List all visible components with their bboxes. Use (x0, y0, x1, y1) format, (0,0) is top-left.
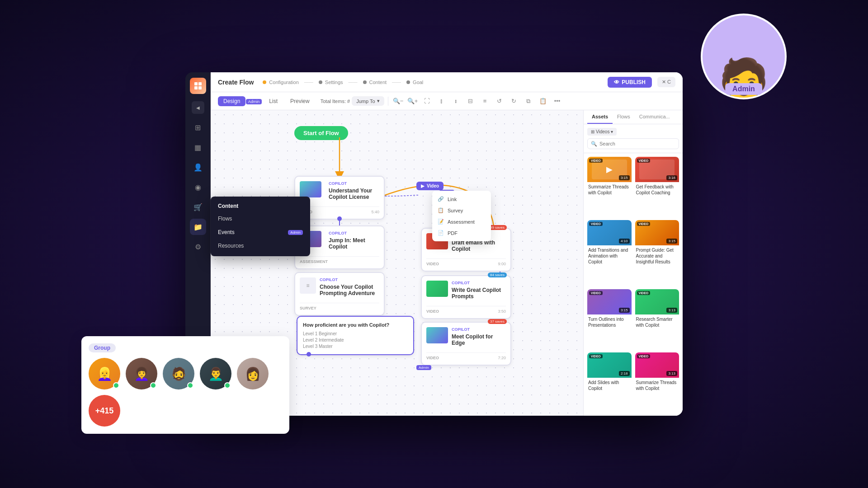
link-icon: 🔗 (438, 196, 444, 202)
grid-filter-icon: ⊞ (591, 129, 594, 134)
video-card-1[interactable]: VIDEO 3:16 Get Feedback with Copilot Coa… (635, 157, 679, 216)
video-title-6: Add Slides with Copilot (587, 378, 632, 393)
toolbar: Design Admin List Preview Total Items: #… (211, 92, 683, 110)
sidebar-icon-cart[interactable]: 🛒 (190, 199, 206, 215)
context-link-label: Link (448, 197, 457, 202)
dropdown-admin-badge: Admin (288, 230, 303, 235)
more-button[interactable]: ••• (551, 95, 564, 108)
align-h-button[interactable]: ⫾ (450, 95, 462, 108)
step-configuration: Configuration (263, 80, 298, 85)
user-badge-5: 84 saves (488, 272, 507, 277)
zoom-out-button[interactable]: 🔍− (392, 95, 405, 108)
panel-tab-flows[interactable]: Flows (613, 110, 635, 124)
video-card-5[interactable]: VIDEO 3:13 Research Smarter with Copilot (635, 289, 679, 349)
group-panel: Group 👱‍♀️ 👩‍🦱 🧔 (81, 336, 289, 434)
tab-design[interactable]: Design (218, 96, 245, 106)
svg-rect-1 (198, 82, 202, 85)
close-button[interactable]: ✕ C (657, 77, 675, 87)
panel-tab-communica[interactable]: Communica... (635, 110, 675, 124)
avatar-2: 👩‍🦱 (126, 358, 157, 389)
distribute-button[interactable]: ≡ (479, 95, 491, 108)
online-dot-2 (150, 382, 156, 389)
context-menu-pdf[interactable]: 📄 PDF (432, 227, 491, 239)
fit-button[interactable]: ⛶ (421, 95, 434, 108)
step-dot-content (363, 80, 367, 84)
context-assessment-label: Assessment (448, 219, 475, 225)
sidebar-icon-grid[interactable]: ⊞ (190, 119, 206, 136)
sidebar-icon-chart[interactable]: ▦ (190, 139, 206, 155)
video-badge-6: VIDEO (589, 354, 603, 358)
flow-node-6[interactable]: 37 saves Copilot Meet Copilot for Edge V… (421, 322, 511, 366)
sidebar-icon-folder[interactable]: 📁 (190, 219, 206, 235)
video-thumb-5: VIDEO 3:13 (635, 289, 679, 314)
node-thumb-6 (426, 327, 448, 343)
search-input[interactable] (587, 138, 679, 149)
video-dur-1: 3:16 (666, 175, 677, 180)
video-title-4: Turn Outlines into Presentations (587, 314, 632, 330)
dropdown-title: Content (211, 200, 310, 212)
video-title-1: Get Feedback with Copilot Coaching (635, 182, 679, 197)
video-thumb-6: VIDEO 2:18 (587, 352, 632, 378)
tab-preview[interactable]: Preview (285, 96, 315, 106)
flow-node-3[interactable]: ≡ Copilot Choose Your Copilot Prompting … (294, 272, 385, 316)
context-menu-link[interactable]: 🔗 Link (432, 193, 491, 205)
publish-label: PUBLISH (622, 79, 646, 85)
admin-badge-design: Admin (246, 99, 262, 104)
align-v-button[interactable]: ⫿ (435, 95, 448, 108)
survey-icon: 📋 (438, 207, 444, 213)
filter-videos-btn[interactable]: ⊞ Videos ▾ (587, 128, 617, 136)
video-dur-3: 3:15 (666, 239, 677, 244)
avatar-5: 👩 (237, 358, 269, 389)
video-card-6[interactable]: VIDEO 2:18 Add Slides with Copilot (587, 352, 632, 412)
chevron-down-icon: ▾ (377, 98, 380, 104)
video-card-2[interactable]: VIDEO 4:10 Add Transitions and Animation… (587, 220, 632, 286)
eye-icon: 👁 (614, 79, 619, 85)
copy-button[interactable]: ⧉ (522, 95, 535, 108)
app-logo (190, 78, 206, 94)
center-button[interactable]: ⊟ (464, 95, 477, 108)
video-label: Video (427, 183, 439, 188)
undo-button[interactable]: ↺ (493, 95, 506, 108)
paste-button[interactable]: 📋 (537, 95, 549, 108)
admin-avatar-wrapper: 🧑 Admin (701, 14, 787, 99)
video-title-3: Prompt Guide: Get Accurate and Insightfu… (635, 245, 679, 267)
sidebar-icon-pie[interactable]: ◉ (190, 179, 206, 195)
plus-badge: +415 (89, 395, 120, 427)
sidebar-icon-settings[interactable]: ⚙ (190, 239, 206, 255)
flow-node-5[interactable]: 84 saves Copilot Write Great Copilot Pro… (421, 275, 511, 319)
start-node: Start of Flow (294, 126, 348, 140)
context-menu-assessment[interactable]: 📝 Assessment (432, 216, 491, 227)
node-footer-5: VIDEO 3:50 (426, 306, 506, 314)
dropdown-flows[interactable]: Flows (211, 212, 310, 225)
panel-tab-assets[interactable]: Assets (587, 110, 613, 124)
video-card-4[interactable]: VIDEO 3:15 Turn Outlines into Presentati… (587, 289, 632, 349)
video-card-3[interactable]: VIDEO 3:15 Prompt Guide: Get Accurate an… (635, 220, 679, 286)
sidebar-icon-user[interactable]: 👤 (190, 159, 206, 175)
video-badge-2: VIDEO (589, 222, 603, 226)
context-menu-survey[interactable]: 📋 Survey (432, 205, 491, 216)
node-title-1: Understand Your Copilot License (329, 188, 379, 200)
dropdown-resources[interactable]: Resources (211, 239, 310, 253)
collapse-btn[interactable]: ◀ (192, 101, 204, 114)
jump-to-label: Jump To (356, 99, 375, 104)
redo-button[interactable]: ↻ (508, 95, 520, 108)
node-footer-4: VIDEO 9:00 (426, 258, 506, 266)
video-badge-4: VIDEO (589, 291, 603, 295)
online-dot-1 (113, 382, 119, 389)
video-dur-4: 3:15 (619, 308, 630, 313)
publish-button[interactable]: 👁 PUBLISH (608, 77, 652, 88)
video-card-7[interactable]: VIDEO 3:13 Summarize Threads with Copilo… (635, 352, 679, 412)
avatar-4: 👨‍🦱 (200, 358, 231, 389)
node-thumb-5 (426, 281, 448, 297)
chevron-filter-icon: ▾ (611, 129, 613, 134)
video-card-0[interactable]: VIDEO 3:15 ▶ Summarize Threads with Copi… (587, 157, 632, 216)
video-thumb-2: VIDEO 4:10 (587, 220, 632, 245)
step-dot-settings (319, 80, 322, 84)
tab-list[interactable]: List (264, 96, 283, 106)
jump-to-button[interactable]: Jump To ▾ (352, 96, 384, 106)
zoom-in-button[interactable]: 🔍+ (406, 95, 419, 108)
dropdown-events[interactable]: Events Admin (211, 225, 310, 239)
node-header-1: Copilot (329, 181, 379, 186)
node-duration-5: 3:50 (498, 309, 506, 314)
online-dot-3 (187, 382, 193, 389)
